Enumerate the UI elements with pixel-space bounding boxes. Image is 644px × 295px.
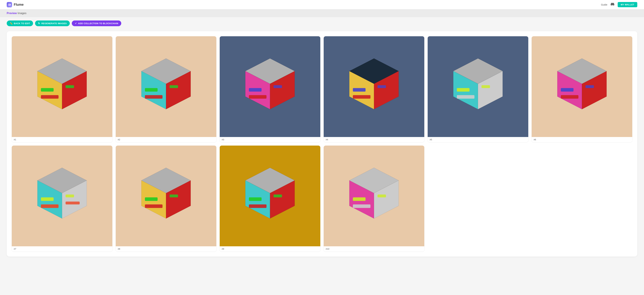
card-label-#2: #2 [116, 137, 216, 142]
svg-rect-56 [170, 195, 178, 197]
card-label-#6: #6 [532, 137, 632, 142]
svg-rect-54 [145, 197, 158, 201]
card-label-#9: #9 [220, 246, 320, 251]
breadcrumb-images: Images [18, 12, 26, 15]
svg-rect-6 [41, 95, 58, 99]
svg-rect-12 [145, 88, 158, 92]
back-to-edit-button[interactable]: ✏️ BACK TO EDIT [7, 21, 33, 26]
svg-rect-28 [378, 85, 386, 88]
nft-card-#8: #8 [116, 146, 216, 251]
svg-rect-7 [66, 85, 74, 88]
svg-rect-64 [274, 202, 288, 204]
svg-rect-57 [170, 202, 184, 204]
svg-rect-5 [41, 88, 54, 92]
my-wallet-button[interactable]: MY WALLET [618, 2, 637, 7]
nft-card-#7: #7 [12, 146, 112, 251]
svg-rect-35 [482, 85, 490, 88]
grid-row-2: #7 #8 #9 [12, 146, 632, 251]
card-label-#1: #1 [12, 137, 112, 142]
check-icon: ✓ [75, 22, 77, 25]
svg-rect-40 [561, 88, 574, 92]
nft-card-#3: #3 [220, 36, 320, 142]
logo-text: Flume [14, 3, 24, 7]
svg-rect-69 [353, 204, 370, 208]
breadcrumb: Preview Images [7, 12, 637, 15]
card-label-#4: #4 [324, 137, 424, 142]
svg-rect-41 [561, 95, 578, 99]
regenerate-images-button[interactable]: ↻ REGENERATE IMAGES [35, 21, 70, 26]
svg-rect-68 [353, 197, 366, 201]
svg-rect-8 [66, 92, 80, 95]
grid-row-1: #1 #2 #3 [12, 36, 632, 142]
svg-rect-33 [457, 88, 470, 92]
header: Flume Guide MY WALLET [0, 0, 644, 10]
svg-rect-55 [145, 204, 162, 208]
nft-card-#10: #10 [324, 146, 424, 251]
svg-rect-1 [8, 4, 10, 5]
svg-rect-34 [457, 95, 474, 99]
breadcrumb-preview: Preview [7, 12, 17, 15]
svg-rect-47 [41, 197, 54, 201]
svg-rect-61 [249, 197, 262, 201]
card-label-#5: #5 [428, 137, 528, 142]
svg-rect-62 [249, 204, 266, 208]
nft-card-#4: #4 [324, 36, 424, 142]
card-label-#10: #10 [324, 246, 424, 251]
nft-card-#9: #9 [220, 146, 320, 251]
discord-icon[interactable] [611, 2, 614, 7]
guide-link[interactable]: Guide [601, 3, 607, 6]
svg-rect-14 [170, 85, 178, 88]
main-content: #1 #2 #3 [0, 28, 644, 263]
svg-rect-70 [378, 195, 386, 197]
card-grid: #1 #2 #3 [7, 31, 637, 256]
svg-rect-48 [41, 204, 58, 208]
header-right: Guide MY WALLET [601, 2, 637, 7]
svg-rect-49 [66, 195, 74, 197]
svg-rect-50 [66, 202, 80, 204]
svg-rect-29 [378, 92, 392, 95]
action-bar: ✏️ BACK TO EDIT ↻ REGENERATE IMAGES ✓ AD… [0, 17, 644, 28]
card-label-#8: #8 [116, 246, 216, 251]
nft-card-#2: #2 [116, 36, 216, 142]
svg-rect-13 [145, 95, 162, 99]
breadcrumb-bar: Preview Images [0, 10, 644, 17]
add-collection-blockchain-button[interactable]: ✓ ADD COLLECTION TO BLOCKCHAIN [72, 21, 121, 26]
card-label-#3: #3 [220, 137, 320, 142]
svg-rect-42 [586, 85, 594, 88]
svg-rect-26 [353, 88, 366, 92]
svg-rect-36 [482, 92, 496, 95]
svg-rect-15 [170, 92, 184, 95]
logo-area: Flume [7, 2, 24, 8]
card-label-#7: #7 [12, 246, 112, 251]
flume-logo-icon [7, 2, 12, 8]
svg-rect-21 [274, 85, 282, 88]
svg-rect-43 [586, 92, 600, 95]
nft-card-#6: #6 [532, 36, 632, 142]
svg-rect-27 [353, 95, 370, 99]
svg-rect-63 [274, 195, 282, 197]
svg-rect-20 [249, 95, 266, 99]
svg-rect-71 [378, 202, 392, 204]
nft-card-#5: #5 [428, 36, 528, 142]
pencil-icon: ✏️ [10, 22, 12, 25]
refresh-icon: ↻ [38, 22, 40, 25]
svg-rect-22 [274, 92, 288, 95]
nft-card-#1: #1 [12, 36, 112, 142]
svg-rect-19 [249, 88, 262, 92]
